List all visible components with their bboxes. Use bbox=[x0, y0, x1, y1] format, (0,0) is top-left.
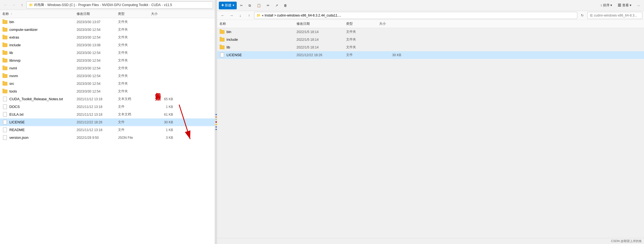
file-date-cell: 2023/3/30 12:54 bbox=[77, 59, 118, 63]
right-search-input[interactable] bbox=[587, 12, 642, 19]
new-button[interactable]: ✚ 新建 ▾ bbox=[219, 2, 237, 9]
left-file-list[interactable]: bin2023/3/30 13:07文件夹compute-sanitizer20… bbox=[0, 18, 215, 244]
file-row[interactable]: include2022/1/5 18:14文件夹 bbox=[217, 36, 644, 44]
right-up-button[interactable]: ↑ bbox=[245, 12, 253, 19]
file-row[interactable]: src2023/3/30 12:54文件夹 bbox=[0, 80, 215, 88]
right-nav-row: ← → ↓ ↑ 📁 « Install > cudnn-windows-x86_… bbox=[217, 11, 644, 20]
file-type-cell: 文件夹 bbox=[346, 37, 379, 42]
col-size-header[interactable]: 大小 bbox=[151, 12, 173, 16]
file-row[interactable]: extras2023/3/30 12:54文件夹 bbox=[0, 34, 215, 41]
splitter-mark-red bbox=[215, 121, 217, 123]
cut-button[interactable]: ✂ bbox=[238, 2, 245, 9]
right-file-list[interactable]: bin2022/1/5 18:14文件夹include2022/1/5 18:1… bbox=[217, 28, 644, 238]
folder-icon bbox=[2, 73, 8, 79]
file-name-cell: extras bbox=[2, 35, 77, 40]
splitter-mark-orange bbox=[215, 116, 217, 118]
sort-button[interactable]: ↕ 排序 ▾ bbox=[598, 2, 615, 9]
rename-button[interactable]: ✏ bbox=[264, 2, 272, 9]
right-panel: ✚ 新建 ▾ ✂ ⧉ 📋 ✏ ↗ 🗑 ↕ 排序 ▾ ☰ 查看 ▾ ··· ← →… bbox=[217, 0, 644, 244]
copy-button[interactable]: ⧉ bbox=[246, 2, 254, 9]
more-button[interactable]: ··· bbox=[635, 2, 642, 9]
right-col-type-header[interactable]: 类型 bbox=[346, 21, 379, 26]
annotation-text: 复制粘贴 bbox=[154, 88, 162, 91]
right-col-date-header[interactable]: 修改日期 bbox=[297, 21, 346, 26]
file-date-cell: 2022/1/28 9:50 bbox=[77, 136, 118, 140]
file-name-text: lib bbox=[9, 51, 13, 55]
share-button[interactable]: ↗ bbox=[273, 2, 281, 9]
col-date-header[interactable]: 修改日期 bbox=[77, 12, 118, 16]
folder-icon bbox=[2, 27, 8, 32]
file-row[interactable]: LICENSE2021/12/22 18:26文件30 KB bbox=[217, 51, 644, 59]
paste-button[interactable]: 📋 bbox=[254, 2, 263, 9]
file-name-text: libnvvp bbox=[9, 58, 20, 63]
file-row[interactable]: DOCS2021/11/12 13:18文件1 KB bbox=[0, 103, 215, 111]
folder-icon bbox=[219, 37, 225, 42]
file-name-cell: include bbox=[2, 42, 77, 48]
folder-icon bbox=[219, 45, 225, 50]
right-forward-button[interactable]: → bbox=[228, 12, 235, 19]
splitter-mark-blue2 bbox=[215, 126, 217, 128]
col-type-header[interactable]: 类型 bbox=[118, 12, 151, 16]
file-name-cell: bin bbox=[219, 29, 297, 35]
file-row[interactable]: compute-sanitizer2023/3/30 12:54文件夹 bbox=[0, 26, 215, 34]
refresh-button[interactable]: ↻ bbox=[578, 12, 586, 19]
splitter-mark-blue bbox=[215, 114, 217, 115]
view-button[interactable]: ☰ 查看 ▾ bbox=[615, 2, 634, 9]
right-col-name-header[interactable]: 名称 bbox=[219, 21, 297, 26]
file-row[interactable]: lib2023/3/30 12:54文件夹 bbox=[0, 49, 215, 57]
address-bar[interactable]: 📁 此电脑 › Windows-SSD (C:) › Program Files… bbox=[26, 1, 213, 9]
delete-button[interactable]: 🗑 bbox=[281, 2, 290, 9]
right-down-button[interactable]: ↓ bbox=[236, 12, 244, 19]
right-breadcrumb-icon: 📁 bbox=[257, 13, 261, 17]
file-name-cell: EULA.txt bbox=[2, 112, 77, 117]
file-type-cell: 文件夹 bbox=[118, 50, 151, 55]
right-breadcrumb-text: « Install > cudnn-windows-x86_64-8.3.2.4… bbox=[262, 13, 341, 17]
file-name-cell: LICENSE bbox=[2, 120, 77, 125]
file-date-cell: 2023/3/30 12:54 bbox=[77, 51, 118, 55]
file-date-cell: 2021/11/12 13:18 bbox=[77, 128, 118, 132]
file-row[interactable]: lib2022/1/5 18:14文件夹 bbox=[217, 44, 644, 51]
forward-button[interactable]: → bbox=[10, 1, 18, 9]
file-date-cell: 2023/3/30 12:54 bbox=[77, 28, 118, 32]
file-row[interactable]: EULA.txt2021/11/12 13:18文本文档61 KB bbox=[0, 111, 215, 118]
back-button[interactable]: ← bbox=[2, 1, 9, 9]
file-row[interactable]: LICENSE2021/12/22 18:26文件30 KB bbox=[0, 118, 215, 126]
right-col-size-header[interactable]: 大小 bbox=[379, 21, 401, 26]
file-name-cell: version.json bbox=[2, 135, 77, 140]
file-type-cell: 文件夹 bbox=[118, 20, 151, 24]
file-icon bbox=[2, 112, 8, 117]
file-size-cell: 1 KB bbox=[151, 128, 173, 132]
file-name-cell: LICENSE bbox=[219, 52, 297, 58]
file-row[interactable]: nvvm2023/3/30 12:54文件夹 bbox=[0, 72, 215, 80]
file-row[interactable]: libnvvp2023/3/30 12:54文件夹 bbox=[0, 57, 215, 64]
up-button[interactable]: ↑ bbox=[18, 1, 26, 9]
file-type-cell: JSON File bbox=[118, 136, 151, 140]
file-name-cell: README bbox=[2, 127, 77, 133]
file-icon bbox=[2, 120, 8, 125]
col-name-header[interactable]: 名称 ↑ bbox=[2, 12, 77, 16]
file-name-text: extras bbox=[9, 35, 19, 39]
file-type-cell: 文件夹 bbox=[118, 81, 151, 86]
file-date-cell: 2023/3/30 12:54 bbox=[77, 36, 118, 39]
file-row[interactable]: bin2022/1/5 18:14文件夹 bbox=[217, 28, 644, 36]
file-type-cell: 文件夹 bbox=[118, 58, 151, 63]
file-date-cell: 2022/1/5 18:14 bbox=[297, 38, 346, 42]
file-icon bbox=[2, 104, 8, 110]
footer-credit: CSDN @期望上岸的鱼 bbox=[611, 239, 642, 243]
file-type-cell: 文件夹 bbox=[118, 27, 151, 32]
file-row[interactable]: include2023/3/30 13:08文件夹 bbox=[0, 41, 215, 49]
right-address-bar[interactable]: 📁 « Install > cudnn-windows-x86_64-8.3.2… bbox=[254, 12, 577, 19]
file-row[interactable]: tools2023/3/30 12:54文件夹 bbox=[0, 88, 215, 95]
file-row[interactable]: version.json2022/1/28 9:50JSON File3 KB bbox=[0, 134, 215, 142]
file-row[interactable]: README2021/11/12 13:18文件1 KB bbox=[0, 126, 215, 134]
file-type-cell: 文件夹 bbox=[118, 35, 151, 40]
right-top-toolbar: ✚ 新建 ▾ ✂ ⧉ 📋 ✏ ↗ 🗑 ↕ 排序 ▾ ☰ 查看 ▾ ··· bbox=[217, 0, 644, 11]
file-row[interactable]: CUDA_Toolkit_Release_Notes.txt2021/11/12… bbox=[0, 95, 215, 103]
file-row[interactable]: nvml2023/3/30 12:54文件夹 bbox=[0, 64, 215, 72]
file-row[interactable]: bin2023/3/30 13:07文件夹 bbox=[0, 18, 215, 26]
panel-splitter[interactable] bbox=[215, 0, 217, 244]
splitter-mark-yellow bbox=[215, 124, 217, 125]
folder-icon bbox=[2, 81, 8, 86]
file-name-text: EULA.txt bbox=[9, 112, 23, 116]
right-back-button[interactable]: ← bbox=[219, 12, 227, 19]
